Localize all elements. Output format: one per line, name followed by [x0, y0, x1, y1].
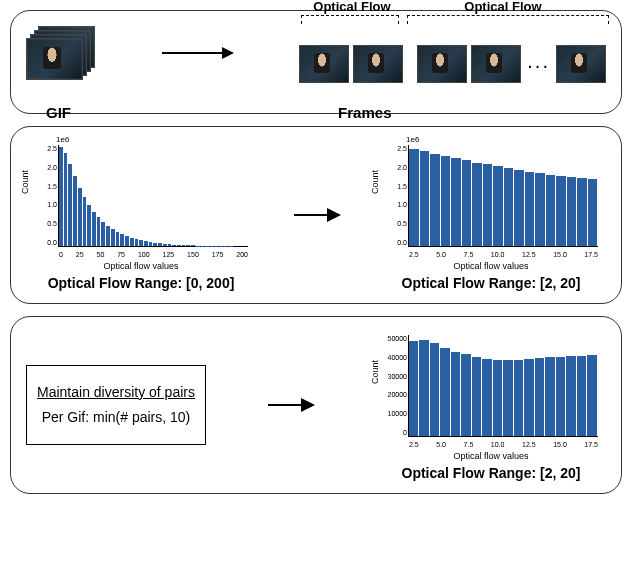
y-ticks: 2.52.01.51.00.50.0 — [381, 145, 407, 246]
y-tick: 40000 — [388, 354, 407, 361]
bar — [68, 164, 72, 246]
diversity-title: Maintain diversity of pairs — [37, 380, 195, 405]
bar — [504, 168, 514, 246]
bar — [106, 226, 110, 246]
bottom-row: Maintain diversity of pairs Per Gif: min… — [26, 329, 606, 481]
bar — [588, 179, 598, 246]
bar — [430, 154, 440, 246]
bar — [120, 234, 124, 246]
bar — [73, 176, 77, 246]
bar — [503, 360, 513, 436]
bar — [535, 173, 545, 246]
bar — [524, 359, 534, 436]
bar — [566, 356, 576, 436]
chart-2-20-all: 1e6 Count Optical flow values 2.55.07.51… — [376, 139, 606, 291]
y-ticks: 2.52.01.51.00.50.0 — [31, 145, 57, 246]
bar — [111, 229, 115, 246]
bar — [493, 166, 503, 246]
bar — [158, 243, 162, 246]
y-axis-label: Count — [370, 170, 380, 194]
y-tick: 2.0 — [47, 164, 57, 171]
bar — [163, 244, 167, 246]
bar — [97, 217, 101, 246]
x-tick: 50 — [97, 251, 105, 258]
top-row: Optical Flow Optical Flow ... — [26, 23, 606, 83]
x-ticks: 2.55.07.510.012.515.017.5 — [409, 441, 598, 448]
y-axis-label: Count — [20, 170, 30, 194]
bar — [420, 151, 430, 246]
bar — [196, 246, 200, 247]
bar — [482, 359, 492, 436]
y-tick: 2.5 — [47, 145, 57, 152]
panel-range-filter: 1e6 Count Optical flow values 0255075100… — [10, 126, 622, 304]
bar — [172, 245, 176, 246]
bar — [191, 245, 195, 246]
frame-thumb — [556, 45, 606, 83]
y-tick: 0.5 — [47, 220, 57, 227]
y-tick: 10000 — [388, 410, 407, 417]
bar — [153, 243, 157, 246]
x-ticks: 0255075100125150175200 — [59, 251, 248, 258]
bar — [430, 343, 440, 436]
x-tick: 200 — [236, 251, 248, 258]
bracket-icon — [301, 15, 399, 24]
arrow-icon — [294, 214, 339, 216]
x-tick: 15.0 — [553, 251, 567, 258]
bar — [144, 241, 148, 246]
bar — [125, 236, 129, 246]
bar — [451, 158, 461, 246]
x-tick: 7.5 — [464, 441, 474, 448]
x-tick: 75 — [117, 251, 125, 258]
bar — [409, 341, 419, 436]
x-tick: 125 — [163, 251, 175, 258]
histogram-chart: 1e6 Count Optical flow values 0255075100… — [26, 139, 256, 269]
chart-full-range: 1e6 Count Optical flow values 0255075100… — [26, 139, 256, 291]
range-caption: Optical Flow Range: [2, 20] — [402, 275, 581, 291]
bar — [483, 164, 493, 246]
mid-row: 1e6 Count Optical flow values 0255075100… — [26, 139, 606, 291]
y-tick: 30000 — [388, 373, 407, 380]
frame-thumb — [353, 45, 403, 83]
bar — [92, 212, 96, 246]
y-tick: 0.0 — [47, 239, 57, 246]
bar — [462, 160, 472, 246]
bar — [177, 245, 181, 246]
x-axis-label: Optical flow values — [453, 261, 528, 271]
bar — [139, 240, 143, 246]
frames-caption: Frames — [338, 104, 391, 121]
bar — [101, 222, 105, 246]
optical-flow-label: Optical Flow — [313, 0, 390, 14]
histogram-chart: Count Optical flow values 2.55.07.510.01… — [376, 329, 606, 459]
frame-thumb — [417, 45, 467, 83]
bar — [461, 354, 471, 436]
x-tick: 5.0 — [436, 251, 446, 258]
x-tick: 7.5 — [464, 251, 474, 258]
bar — [116, 232, 120, 246]
bar — [472, 163, 482, 246]
axes: 2.55.07.510.012.515.017.5 2.52.01.51.00.… — [408, 145, 598, 247]
bar — [182, 245, 186, 246]
y-tick: 2.5 — [397, 145, 407, 152]
bar — [472, 357, 482, 436]
bar — [87, 205, 91, 246]
frame-thumb — [471, 45, 521, 83]
bar — [556, 176, 566, 246]
bars — [59, 145, 248, 246]
bracket-icon — [407, 15, 609, 24]
y-tick: 50000 — [388, 335, 407, 342]
gif-caption: GIF — [46, 104, 71, 121]
panel-gif-to-frames: Optical Flow Optical Flow ... GIF Frames — [10, 10, 622, 114]
histogram-chart: 1e6 Count Optical flow values 2.55.07.51… — [376, 139, 606, 269]
x-tick: 100 — [138, 251, 150, 258]
bar — [59, 147, 63, 246]
arrow-icon — [162, 52, 232, 54]
bar — [149, 242, 153, 246]
ellipsis-icon: ... — [527, 50, 550, 73]
bar — [409, 149, 419, 246]
bar — [419, 340, 429, 436]
panel-diversity-cap: Maintain diversity of pairs Per Gif: min… — [10, 316, 622, 494]
y-tick: 1.5 — [397, 183, 407, 190]
diversity-rule: Per Gif: min(# pairs, 10) — [37, 405, 195, 430]
bars — [409, 145, 598, 246]
bar — [130, 238, 134, 246]
